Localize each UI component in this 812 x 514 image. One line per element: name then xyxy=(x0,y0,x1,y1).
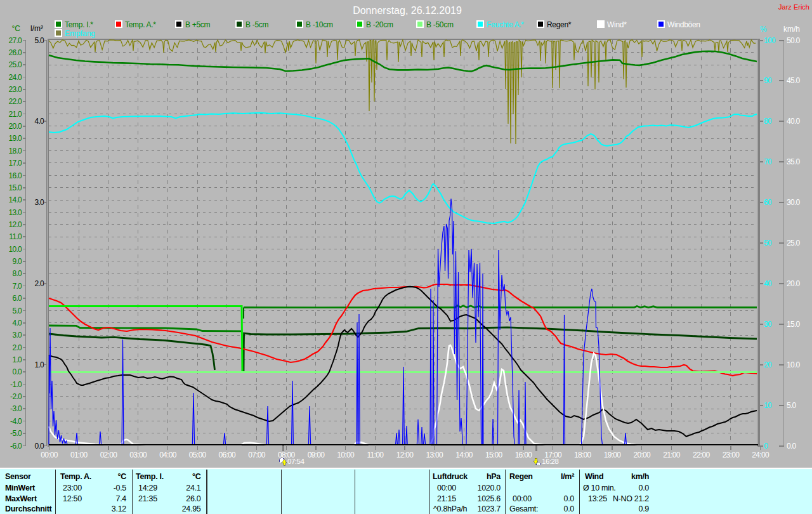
svg-text:90: 90 xyxy=(764,76,772,85)
svg-text:1.0: 1.0 xyxy=(34,360,44,369)
svg-text:10.0: 10.0 xyxy=(8,245,22,254)
svg-text:18.0: 18.0 xyxy=(8,147,22,155)
svg-text:7.0: 7.0 xyxy=(12,282,22,291)
svg-text:11.0: 11.0 xyxy=(9,232,22,241)
svg-text:04:00: 04:00 xyxy=(159,451,177,459)
svg-text:Regen: Regen xyxy=(509,472,533,481)
svg-text:0.0: 0.0 xyxy=(564,494,575,503)
svg-text:Temp. I.: Temp. I. xyxy=(136,472,164,481)
svg-text:°C: °C xyxy=(118,472,127,481)
svg-text:0.9: 0.9 xyxy=(639,504,650,513)
svg-text:15.0: 15.0 xyxy=(787,320,801,329)
svg-text:13:25: 13:25 xyxy=(588,494,607,503)
svg-text:Durchschnitt: Durchschnitt xyxy=(5,504,53,513)
svg-text:B -10cm: B -10cm xyxy=(306,20,333,29)
svg-text:%: % xyxy=(760,25,767,34)
svg-text:12:50: 12:50 xyxy=(63,494,82,503)
svg-text:22:00: 22:00 xyxy=(693,451,710,459)
svg-text:21:15: 21:15 xyxy=(437,494,456,503)
svg-text:Ø 10 min.: Ø 10 min. xyxy=(583,484,616,492)
svg-text:4.0: 4.0 xyxy=(34,117,44,126)
svg-text:B -5cm: B -5cm xyxy=(246,20,269,29)
svg-text:Luftdruck: Luftdruck xyxy=(433,472,468,481)
svg-text:10: 10 xyxy=(764,401,772,410)
svg-text:1025.6: 1025.6 xyxy=(478,494,501,503)
svg-text:0.0: 0.0 xyxy=(564,504,575,513)
svg-text:0.0: 0.0 xyxy=(34,442,44,451)
svg-text:1020.0: 1020.0 xyxy=(478,484,501,492)
svg-text:-4.0: -4.0 xyxy=(10,417,22,426)
svg-text:8.0: 8.0 xyxy=(12,269,22,278)
svg-text:0.0: 0.0 xyxy=(787,442,797,451)
svg-text:19.0: 19.0 xyxy=(8,134,22,143)
svg-text:23.0: 23.0 xyxy=(8,85,22,94)
svg-text:Windböen: Windböen xyxy=(667,20,700,29)
svg-text:-2.0: -2.0 xyxy=(10,392,22,401)
svg-text:Donnerstag, 26.12.2019: Donnerstag, 26.12.2019 xyxy=(353,5,462,16)
svg-text:0.0: 0.0 xyxy=(639,484,650,492)
svg-text:11:00: 11:00 xyxy=(367,451,384,459)
svg-text:40: 40 xyxy=(764,279,772,288)
svg-text:45.0: 45.0 xyxy=(787,76,801,85)
svg-text:-1.0: -1.0 xyxy=(10,380,22,389)
svg-text:Temp. A.*: Temp. A.* xyxy=(125,20,156,29)
svg-text:Temp. A.: Temp. A. xyxy=(60,472,91,481)
svg-text:Wind*: Wind* xyxy=(607,20,627,29)
svg-text:20: 20 xyxy=(764,360,772,369)
svg-text:10.0: 10.0 xyxy=(787,360,801,369)
svg-text:26.0: 26.0 xyxy=(186,494,200,503)
svg-text:00:00: 00:00 xyxy=(513,494,532,503)
svg-text:21:35: 21:35 xyxy=(138,494,157,503)
svg-text:24:00: 24:00 xyxy=(752,451,769,459)
svg-text:0.0: 0.0 xyxy=(12,367,22,376)
svg-text:0: 0 xyxy=(764,442,768,451)
svg-text:Jarz Erich: Jarz Erich xyxy=(778,3,809,11)
svg-text:20:00: 20:00 xyxy=(634,451,652,459)
svg-text:80: 80 xyxy=(764,117,772,126)
svg-text:-6.0: -6.0 xyxy=(10,442,22,451)
svg-text:00:00: 00:00 xyxy=(437,484,456,492)
svg-text:09:00: 09:00 xyxy=(308,451,325,459)
svg-text:15:00: 15:00 xyxy=(485,451,503,459)
svg-text:40.0: 40.0 xyxy=(787,117,801,126)
svg-text:Sensor: Sensor xyxy=(5,472,31,481)
svg-text:22.0: 22.0 xyxy=(8,97,22,106)
svg-text:4.0: 4.0 xyxy=(12,319,22,327)
svg-text:5.0: 5.0 xyxy=(12,306,22,315)
svg-text:50.0: 50.0 xyxy=(787,36,801,45)
svg-text:7.4: 7.4 xyxy=(116,494,127,503)
svg-text:15.0: 15.0 xyxy=(8,183,22,192)
svg-text:01:00: 01:00 xyxy=(70,451,88,459)
svg-text:12:00: 12:00 xyxy=(396,451,414,459)
svg-text:26.0: 26.0 xyxy=(8,48,22,57)
svg-text:l/m²: l/m² xyxy=(30,24,43,33)
svg-text:13:00: 13:00 xyxy=(426,451,444,459)
svg-text:hPa: hPa xyxy=(487,472,501,481)
svg-text:20.0: 20.0 xyxy=(787,279,801,288)
svg-text:3.0: 3.0 xyxy=(12,331,22,339)
svg-text:-0.5: -0.5 xyxy=(114,484,127,492)
svg-text:100: 100 xyxy=(764,36,776,45)
svg-text:°C: °C xyxy=(192,472,201,481)
svg-text:14:29: 14:29 xyxy=(138,484,157,492)
svg-text:14.0: 14.0 xyxy=(8,195,22,204)
svg-text:6.0: 6.0 xyxy=(12,294,22,303)
svg-text:30: 30 xyxy=(764,320,772,329)
svg-text:3.0: 3.0 xyxy=(34,198,44,207)
svg-text:02:00: 02:00 xyxy=(100,451,118,459)
svg-text:35.0: 35.0 xyxy=(787,157,801,166)
svg-text:60: 60 xyxy=(764,198,772,207)
svg-text:50: 50 xyxy=(764,239,772,247)
svg-text:27.0: 27.0 xyxy=(8,36,22,45)
svg-text:21.0: 21.0 xyxy=(8,110,22,119)
svg-text:^0.8hPa/h: ^0.8hPa/h xyxy=(433,504,468,513)
svg-text:-5.0: -5.0 xyxy=(10,429,22,438)
svg-text:Wind: Wind xyxy=(585,472,603,481)
svg-text:00:00: 00:00 xyxy=(41,451,58,459)
svg-text:18:00: 18:00 xyxy=(574,451,592,459)
svg-text:MinWert: MinWert xyxy=(5,484,36,492)
svg-text:17.0: 17.0 xyxy=(8,159,22,168)
svg-text:-3.0: -3.0 xyxy=(10,404,22,413)
svg-text:25.0: 25.0 xyxy=(787,239,801,247)
svg-text:24.0: 24.0 xyxy=(8,73,22,82)
